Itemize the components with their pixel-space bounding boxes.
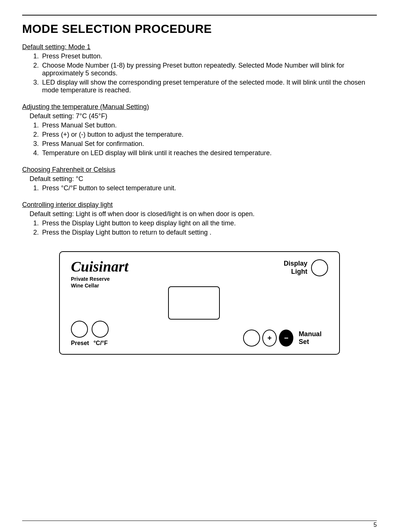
list-item: Press Manual Set for confirmation. xyxy=(41,140,377,148)
manual-default: Default setting: 7°C (45°F) xyxy=(30,112,377,120)
list-item: Press the Display Light button to keep d… xyxy=(41,219,377,227)
mode-selection-steps: Press Preset button. Choose Mode Number … xyxy=(41,52,377,94)
page-number: 5 xyxy=(374,522,377,528)
top-rule xyxy=(22,15,377,16)
display-light-heading: Controlling interior display light xyxy=(22,201,377,209)
list-item: Choose Mode Number (1-8) by pressing Pre… xyxy=(41,62,377,77)
plus-button[interactable]: + xyxy=(262,330,277,347)
list-item: Press °C/°F button to select temperature… xyxy=(41,184,377,192)
display-light-row: Display Light xyxy=(284,259,328,276)
list-item: Press Manual Set button. xyxy=(41,122,377,129)
manual-set-button[interactable] xyxy=(243,330,260,347)
section-display-light: Controlling interior display light Defau… xyxy=(22,201,377,236)
fahrenheit-celsius-default: Default setting: °C xyxy=(30,175,377,183)
list-item: LED display will show the corresponding … xyxy=(41,79,377,94)
circles-row xyxy=(71,321,109,338)
brand-block: Cuisinart Private Reserve Wine Cellar xyxy=(71,259,129,289)
fahrenheit-celsius-steps: Press °C/°F button to select temperature… xyxy=(41,184,377,192)
cf-button[interactable] xyxy=(92,321,109,338)
control-panel-wrapper: Cuisinart Private Reserve Wine Cellar Pr… xyxy=(22,251,377,355)
page-title: MODE SELECTION PROCEDURE xyxy=(22,22,377,36)
list-item: Temperature on LED display will blink un… xyxy=(41,149,377,157)
display-light-button[interactable] xyxy=(311,259,328,276)
manual-set-label: Manual Set xyxy=(299,330,328,346)
manual-set-row: + − Manual Set xyxy=(243,330,328,347)
display-light-label: Display Light xyxy=(284,260,307,276)
list-item: Press (+) or (-) button to adjust the te… xyxy=(41,131,377,139)
section-fahrenheit-celsius: Choosing Fahrenheit or Celsius Default s… xyxy=(22,166,377,192)
preset-label: Preset xyxy=(71,340,89,347)
panel-right: Display Light + − Manual Set xyxy=(243,259,328,347)
manual-setting-steps: Press Manual Set button. Press (+) or (-… xyxy=(41,122,377,157)
cf-label: °C/°F xyxy=(93,340,108,347)
bottom-rule xyxy=(22,521,377,521)
control-panel: Cuisinart Private Reserve Wine Cellar Pr… xyxy=(59,251,340,355)
display-light-default: Default setting: Light is off when door … xyxy=(30,210,377,218)
preset-button[interactable] xyxy=(71,321,88,338)
section-manual-setting: Adjusting the temperature (Manual Settin… xyxy=(22,103,377,157)
list-item: Press the Display Light button to return… xyxy=(41,229,377,236)
fahrenheit-celsius-heading: Choosing Fahrenheit or Celsius xyxy=(22,166,377,174)
minus-button[interactable]: − xyxy=(279,330,293,347)
section-mode-selection: Default setting: Mode 1 Press Preset but… xyxy=(22,43,377,94)
display-light-steps: Press the Display Light button to keep d… xyxy=(41,219,377,236)
led-display xyxy=(168,286,220,320)
preset-cf-labels: Preset °C/°F xyxy=(71,340,109,347)
brand-name: Cuisinart xyxy=(71,259,129,274)
bottom-left-row: Preset °C/°F xyxy=(71,321,109,347)
brand-subtitle: Private Reserve Wine Cellar xyxy=(71,276,129,289)
panel-middle xyxy=(152,286,236,320)
panel-left: Cuisinart Private Reserve Wine Cellar Pr… xyxy=(71,259,145,347)
mode-selection-heading: Default setting: Mode 1 xyxy=(22,43,377,51)
page-container: MODE SELECTION PROCEDURE Default setting… xyxy=(0,0,399,532)
list-item: Press Preset button. xyxy=(41,52,377,60)
manual-setting-heading: Adjusting the temperature (Manual Settin… xyxy=(22,103,377,111)
